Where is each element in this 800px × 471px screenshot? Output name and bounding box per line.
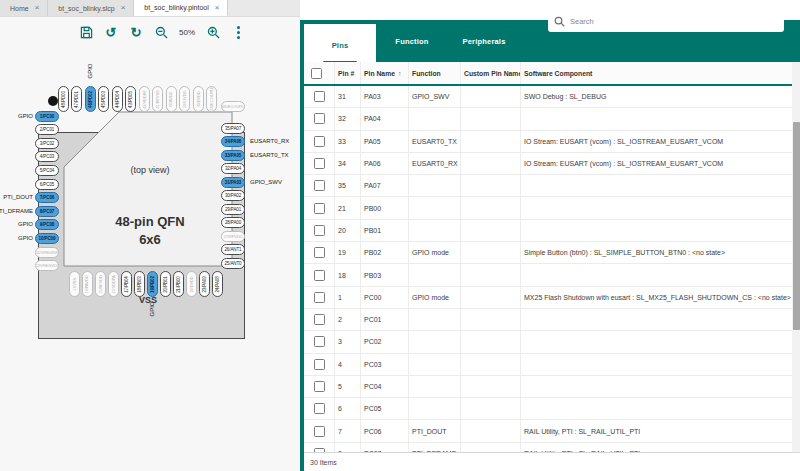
pin-PD04[interactable]: 44/PD04	[112, 86, 123, 112]
pin-ANT0[interactable]: 25/ANT0	[221, 258, 245, 269]
pin-PA09[interactable]: 23/PA09	[199, 271, 210, 297]
pin-RFVDD[interactable]: 15/RFVDD	[95, 271, 106, 297]
pin-PC09[interactable]: 10/PC09	[35, 233, 59, 244]
column-header-pin-name[interactable]: Pin Name↑	[361, 62, 409, 84]
save-button[interactable]	[78, 24, 94, 40]
editor-tab-bt_soc_blinky.pintool[interactable]: bt_soc_blinky.pintool×	[134, 0, 228, 16]
table-row-PB02[interactable]: 19PB02GPIO modeSimple Button (btn0) : SL…	[304, 242, 792, 264]
table-row-PB00[interactable]: 21PB00	[304, 197, 792, 219]
table-row-PC00[interactable]: 1PC00GPIO modeMX25 Flash Shutdown with e…	[304, 287, 792, 309]
pin-PC06[interactable]: 7/PC06	[35, 192, 59, 203]
pin-PD03[interactable]: 45/PD03	[98, 86, 109, 112]
tab-function[interactable]: Function	[376, 20, 448, 62]
row-checkbox[interactable]	[314, 180, 325, 191]
row-checkbox[interactable]	[314, 381, 325, 392]
pin-PC02[interactable]: 3/PC02	[35, 138, 59, 149]
row-checkbox[interactable]	[314, 426, 325, 437]
row-checkbox[interactable]	[314, 136, 325, 147]
pin-PA05[interactable]: 33/PA05	[221, 150, 245, 161]
row-checkbox[interactable]	[314, 113, 325, 124]
row-checkbox[interactable]	[314, 314, 325, 325]
pin-PC05[interactable]: 6/PC05	[35, 179, 59, 190]
pin-PC08[interactable]: 9/PC08	[35, 219, 59, 230]
pin-PA03[interactable]: 31/PA03	[221, 177, 245, 188]
overflow-menu-icon[interactable]	[230, 24, 246, 40]
editor-tab-Home[interactable]: Home×	[0, 0, 48, 16]
row-checkbox[interactable]	[314, 359, 325, 370]
zoom-level[interactable]: 50%	[178, 28, 196, 37]
pin-VDDPA[interactable]: 16/VDDPA	[108, 271, 119, 297]
pin-PC04[interactable]: 5/PC04	[35, 165, 59, 176]
table-row-PC06[interactable]: 7PC06PTI_DOUTRAIL Utility, PTI : SL_RAIL…	[304, 420, 792, 442]
close-icon[interactable]: ×	[121, 4, 126, 12]
pin-VREGSW[interactable]: 11/VREGSW	[35, 247, 59, 258]
pin-PC03[interactable]: 4/PC03	[35, 151, 59, 162]
close-icon[interactable]: ×	[215, 4, 220, 12]
undo-icon[interactable]: ↺	[103, 24, 119, 40]
pin-PA08[interactable]: 24/PA08	[212, 271, 223, 297]
column-header-function[interactable]: Function	[409, 62, 461, 84]
zoom-in-icon[interactable]	[205, 24, 221, 40]
table-row-PB01[interactable]: 20PB01	[304, 220, 792, 242]
row-checkbox[interactable]	[314, 225, 325, 236]
pin-PA01[interactable]: 29/PA01	[221, 204, 245, 215]
row-checkbox[interactable]	[314, 158, 325, 169]
scrollbar-track[interactable]	[792, 62, 800, 452]
pin-PA07[interactable]: 35/PA07	[221, 123, 245, 134]
row-checkbox[interactable]	[314, 203, 325, 214]
table-row-PA03[interactable]: 31PA03GPIO_SWVSWO Debug : SL_DEBUG	[304, 86, 792, 108]
table-row-PB03[interactable]: 18PB03	[304, 264, 792, 286]
pin-PB04[interactable]: 17/PB04	[121, 271, 132, 297]
table-row-PC07[interactable]: 8PC07PTI_DFRAMERAIL Utility, PTI : SL_RA…	[304, 443, 792, 452]
row-checkbox[interactable]	[314, 292, 325, 303]
search-box[interactable]	[548, 10, 784, 32]
close-icon[interactable]: ×	[35, 4, 40, 12]
table-row-PA05[interactable]: 33PA05EUSART0_TXIO Stream: EUSART (vcom)…	[304, 131, 792, 153]
pin-PA04[interactable]: 32/PA04	[221, 163, 245, 174]
pin-RFVSS[interactable]: 41/RFVSS	[152, 86, 163, 112]
pin-PB00[interactable]: 21/PB00	[173, 271, 184, 297]
pin-DECOUPLE[interactable]: 37/DECOUPLE	[206, 86, 217, 112]
pin-PA00[interactable]: 28/PA00	[221, 217, 245, 228]
table-row-PC03[interactable]: 4PC03	[304, 354, 792, 376]
pin-PD05[interactable]: 43/PD05	[125, 86, 136, 112]
pin-PC01[interactable]: 2/PC01	[35, 124, 59, 135]
table-row-PC01[interactable]: 2PC01	[304, 309, 792, 331]
table-row-PC02[interactable]: 3PC02	[304, 331, 792, 353]
pin-PC07[interactable]: 8/PC07	[35, 206, 59, 217]
pin-PA02[interactable]: 30/PA02	[221, 190, 245, 201]
scrollbar-thumb[interactable]	[793, 122, 800, 330]
pin-PC00[interactable]: 1/PC00	[35, 111, 59, 122]
pin-PB03[interactable]: 18/PB03	[134, 271, 145, 297]
select-all-checkbox[interactable]	[311, 68, 322, 79]
table-row-PA04[interactable]: 32PA04	[304, 108, 792, 130]
pin-VREGVDD[interactable]: 12/VREGVDD	[35, 260, 59, 271]
row-checkbox[interactable]	[314, 336, 325, 347]
table-row-PA07[interactable]: 35PA07	[304, 175, 792, 197]
pin-AVDD[interactable]: 40/AVDD	[166, 86, 177, 112]
pin-PB01[interactable]: 20/PB01	[160, 271, 171, 297]
editor-tab-bt_soc_blinky.slcp[interactable]: bt_soc_blinky.slcp×	[48, 0, 134, 16]
row-checkbox[interactable]	[314, 403, 325, 414]
pin-ANT1[interactable]: 26/ANT1	[221, 244, 245, 255]
row-checkbox[interactable]	[314, 270, 325, 281]
table-row-PC04[interactable]: 5PC04	[304, 376, 792, 398]
pin-DVDD[interactable]: 38/DVDD	[193, 86, 204, 112]
redo-icon[interactable]: ↻	[128, 24, 144, 40]
table-row-PC05[interactable]: 6PC05	[304, 398, 792, 420]
tab-pins[interactable]: Pins	[304, 24, 376, 66]
tab-peripherals[interactable]: Peripherals	[448, 20, 520, 62]
pin-PD01[interactable]: 47/PD01	[71, 86, 82, 112]
row-checkbox[interactable]	[314, 247, 325, 258]
column-header-pin-[interactable]: Pin #	[335, 62, 361, 84]
pin-PD02[interactable]: 46/PD02	[85, 86, 96, 112]
table-row-PA06[interactable]: 34PA06EUSART0_RXIO Stream: EUSART (vcom)…	[304, 153, 792, 175]
pin-IOVDD[interactable]: 39/IOVDD	[179, 86, 190, 112]
column-header-custom-pin-name[interactable]: Custom Pin Name	[461, 62, 521, 84]
pin-VDDRF[interactable]: 42/VDDRF	[139, 86, 150, 112]
pin-RFVDD[interactable]: 27/RFVDD	[221, 231, 245, 242]
pin-PD00[interactable]: 48/PD00	[58, 86, 69, 112]
pin-PAVDD[interactable]: 14/PAVDD	[82, 271, 93, 297]
pin-VSS[interactable]: 13/VSS	[69, 271, 80, 297]
pin-PA06[interactable]: 34/PA06	[221, 136, 245, 147]
